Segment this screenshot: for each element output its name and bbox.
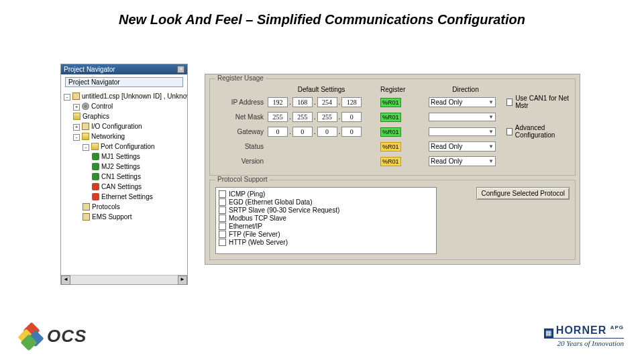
chevron-down-icon: ▼ — [488, 158, 494, 164]
reg-version[interactable]: %R01 — [380, 157, 401, 166]
scroll-right-icon[interactable]: ► — [178, 276, 187, 285]
mask-oct2[interactable] — [292, 112, 313, 122]
reg-mask[interactable]: %R01 — [380, 113, 401, 122]
ocs-logo: OCS — [20, 324, 87, 347]
dir-version-select[interactable]: Read Only▼ — [429, 156, 496, 166]
gw-oct3[interactable] — [317, 127, 337, 137]
expand-icon[interactable]: - — [64, 94, 70, 101]
mask-oct1[interactable] — [268, 112, 288, 122]
gw-oct1[interactable] — [268, 127, 288, 137]
header-row: Default Settings Register Direction — [215, 86, 570, 93]
proto-checkbox[interactable] — [219, 231, 226, 238]
dir-ip-select[interactable]: Read Only▼ — [429, 97, 496, 107]
list-item[interactable]: EGD (Ethernet Global Data) — [219, 198, 433, 206]
proto-checkbox[interactable] — [219, 239, 226, 246]
dir-status-select[interactable]: Read Only▼ — [429, 141, 496, 152]
nav-tree[interactable]: -untitled1.csp [Unknown ID] , Unknow +Co… — [61, 90, 187, 271]
protocol-list[interactable]: ICMP (Ping) EGD (Ethernet Global Data) S… — [215, 187, 437, 254]
row-ip: IP Address ... %R01 Read Only▼ Use CAN1 … — [215, 96, 570, 108]
list-item[interactable]: ICMP (Ping) — [219, 190, 433, 198]
expand-icon[interactable]: - — [73, 134, 80, 141]
use-can-label: Use CAN1 for Net Mstr — [515, 95, 570, 109]
ip-oct1[interactable] — [268, 97, 288, 107]
nav-titlebar: Project Navigator × — [61, 64, 187, 74]
ip-oct3[interactable] — [317, 97, 337, 107]
horner-tagline: 20 Years of Innovation — [544, 338, 624, 347]
expand-icon[interactable]: - — [83, 144, 89, 151]
label-mask: Net Mask — [215, 113, 268, 121]
scroll-left-icon[interactable]: ◄ — [61, 276, 70, 285]
mask-oct3[interactable] — [317, 112, 337, 122]
scrollbar-horizontal[interactable]: ◄ ► — [61, 275, 187, 284]
gw-oct2[interactable] — [292, 127, 313, 137]
protocol-support-group: Protocol Support ICMP (Ping) EGD (Ethern… — [209, 180, 576, 260]
row-gw: Gateway ... %R01 ▼ Advanced Configuratio… — [215, 125, 570, 137]
label-status: Status — [215, 143, 268, 150]
folder-icon — [82, 133, 89, 140]
chevron-down-icon: ▼ — [488, 99, 494, 105]
folder-icon — [91, 143, 99, 150]
group-legend-proto: Protocol Support — [215, 176, 270, 183]
use-can-checkbox[interactable] — [506, 99, 513, 106]
hdr-default: Default Settings — [268, 86, 375, 93]
chevron-down-icon: ▼ — [488, 114, 494, 120]
reg-ip[interactable]: %R01 — [380, 98, 401, 107]
dir-mask-select[interactable]: ▼ — [429, 113, 496, 121]
config-panel: Register Usage Default Settings Register… — [205, 74, 580, 265]
can-icon — [92, 183, 99, 190]
tree-io[interactable]: I/O Configuration — [91, 123, 142, 130]
horner-logo: ▦HORNER APG 20 Years of Innovation — [544, 324, 624, 347]
tree-can[interactable]: CAN Settings — [101, 183, 142, 190]
expand-icon[interactable]: + — [73, 124, 80, 131]
tree-cn1[interactable]: CN1 Settings — [101, 173, 141, 180]
logo-square-icon: ▦ — [544, 328, 553, 338]
configure-protocol-button[interactable]: Configure Selected Protocol — [476, 187, 570, 200]
proto-checkbox[interactable] — [219, 206, 226, 214]
reg-status[interactable]: %R01 — [380, 142, 401, 152]
nav-subtitle: Project Navigator — [65, 77, 183, 87]
hdr-register: Register — [375, 86, 429, 93]
io-icon — [82, 123, 89, 130]
tree-portcfg[interactable]: Port Configuration — [101, 143, 155, 150]
horner-text: HORNER — [556, 324, 606, 336]
tree-mj1[interactable]: MJ1 Settings — [101, 153, 140, 160]
hdr-direction: Direction — [429, 86, 502, 93]
tree-graphics[interactable]: Graphics — [83, 113, 109, 120]
list-item[interactable]: Ethernet/IP — [219, 223, 433, 230]
gear-icon — [82, 103, 89, 110]
slide-title: New Look And Feel – Simplified Communica… — [0, 0, 644, 32]
proto-checkbox[interactable] — [219, 223, 226, 230]
tree-control[interactable]: Control — [91, 103, 113, 110]
mask-oct4[interactable] — [341, 112, 362, 122]
nav-title-text: Project Navigator — [64, 66, 115, 73]
tree-networking[interactable]: Networking — [91, 133, 125, 140]
dir-gw-select[interactable]: ▼ — [429, 127, 496, 136]
list-item[interactable]: SRTP Slave (90-30 Service Request) — [219, 206, 433, 214]
expand-icon[interactable]: + — [73, 104, 80, 111]
tree-root[interactable]: untitled1.csp [Unknown ID] , Unknow — [82, 93, 187, 100]
adv-cfg-checkbox[interactable] — [506, 128, 513, 135]
reg-gw[interactable]: %R01 — [380, 127, 401, 137]
list-item[interactable]: HTTP (Web Server) — [219, 239, 433, 246]
list-item[interactable]: FTP (File Server) — [219, 231, 433, 238]
adv-cfg-label: Advanced Configuration — [515, 124, 570, 139]
chevron-down-icon: ▼ — [488, 129, 494, 135]
proto-checkbox[interactable] — [219, 215, 226, 222]
gw-oct4[interactable] — [341, 127, 362, 137]
tree-eth[interactable]: Ethernet Settings — [101, 193, 153, 200]
tree-ems[interactable]: EMS Support — [92, 213, 131, 221]
tree-protocols[interactable]: Protocols — [92, 203, 120, 210]
project-navigator-panel: Project Navigator × Project Navigator -u… — [60, 64, 188, 285]
group-legend: Register Usage — [215, 74, 266, 82]
proto-checkbox[interactable] — [219, 198, 226, 206]
proto-icon — [83, 203, 90, 210]
ip-oct2[interactable] — [292, 97, 313, 107]
list-item[interactable]: Modbus TCP Slave — [219, 215, 433, 222]
label-gw: Gateway — [215, 128, 268, 135]
close-icon[interactable]: × — [177, 66, 184, 73]
workspace: Project Navigator × Project Navigator -u… — [60, 64, 584, 292]
ip-oct4[interactable] — [341, 97, 362, 107]
tree-mj2[interactable]: MJ2 Settings — [101, 163, 140, 170]
row-mask: Net Mask ... %R01 ▼ — [215, 111, 570, 123]
proto-checkbox[interactable] — [219, 190, 226, 198]
